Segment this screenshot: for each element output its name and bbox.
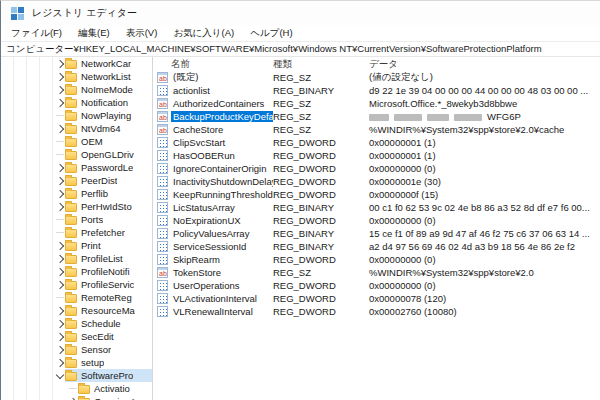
- registry-value-row[interactable]: BackupProductKeyDefault REG_SZ WFG6P: [153, 110, 600, 123]
- tree-item[interactable]: Notification: [1, 96, 152, 109]
- tree-item[interactable]: setup: [1, 356, 152, 369]
- tree-item[interactable]: Print: [1, 239, 152, 252]
- tree-item[interactable]: SecEdit: [1, 330, 152, 343]
- tree-expander-icon[interactable]: [54, 61, 65, 67]
- tree-expander-icon[interactable]: [54, 256, 65, 262]
- tree-item[interactable]: Prefetcher: [1, 226, 152, 239]
- value-name-cell: NoExpirationUX: [171, 215, 273, 226]
- tree-item[interactable]: PerHwIdSto: [1, 200, 152, 213]
- tree-item[interactable]: GenuineA: [1, 395, 152, 400]
- menu-item[interactable]: ファイル(F): [3, 25, 70, 41]
- value-name-cell: ServiceSessionId: [171, 241, 273, 252]
- tree-item[interactable]: OEM: [1, 135, 152, 148]
- registry-value-row[interactable]: NoExpirationUX REG_DWORD 0x00000000 (0): [153, 214, 600, 227]
- tree-expander-icon[interactable]: [54, 232, 65, 233]
- value-name-cell: BackupProductKeyDefault: [171, 111, 273, 122]
- tree-item[interactable]: NtVdm64: [1, 122, 152, 135]
- registry-value-row[interactable]: ClipSvcStart REG_DWORD 0x00000001 (1): [153, 136, 600, 149]
- value-data-cell: d9 22 1e 39 04 00 00 00 44 00 00 00 48 0…: [369, 85, 600, 96]
- registry-value-row[interactable]: VLRenewalInterval REG_DWORD 0x00002760 (…: [153, 305, 600, 318]
- tree-item[interactable]: Ports: [1, 213, 152, 226]
- value-type-cell: REG_SZ: [273, 111, 369, 122]
- tree-item[interactable]: SoftwarePro: [1, 369, 152, 382]
- tree-item[interactable]: RemoteReg: [1, 291, 152, 304]
- tree-expander-icon[interactable]: [67, 388, 78, 389]
- value-type-icon: [157, 267, 168, 278]
- registry-value-row[interactable]: UserOperations REG_DWORD 0x00000000 (0): [153, 279, 600, 292]
- value-type-icon: [157, 124, 168, 135]
- registry-value-row[interactable]: TokenStore REG_SZ %WINDIR%¥System32¥spp¥…: [153, 266, 600, 279]
- tree-expander-icon[interactable]: [54, 321, 65, 327]
- registry-value-row[interactable]: IgnoreContainerOrigin REG_DWORD 0x000000…: [153, 162, 600, 175]
- tree-expander-icon[interactable]: [54, 347, 65, 353]
- tree-item[interactable]: PasswordLe: [1, 161, 152, 174]
- value-type-icon: [157, 306, 168, 317]
- registry-value-row[interactable]: PolicyValuesArray REG_BINARY 15 ce f1 0f…: [153, 227, 600, 240]
- tree-item[interactable]: PeerDist: [1, 174, 152, 187]
- tree-expander-icon[interactable]: [54, 334, 65, 340]
- tree-item-label: Schedule: [81, 318, 121, 329]
- tree-expander-icon[interactable]: [54, 87, 65, 93]
- value-name-cell: InactivityShutdownDelay: [171, 176, 273, 187]
- tree-expander-icon[interactable]: [54, 126, 65, 132]
- tree-expander-icon[interactable]: [54, 115, 65, 116]
- menu-item[interactable]: 表示(V): [118, 25, 166, 41]
- column-header-type[interactable]: 種類: [273, 58, 369, 71]
- tree-item[interactable]: NoImeMode: [1, 83, 152, 96]
- registry-value-row[interactable]: CacheStore REG_SZ %WINDIR%¥System32¥spp¥…: [153, 123, 600, 136]
- tree-item-label: Activatio: [94, 383, 130, 394]
- registry-value-row[interactable]: AuthorizedContainers REG_SZ Microsoft.Of…: [153, 97, 600, 110]
- tree-expander-icon[interactable]: [54, 191, 65, 197]
- menu-item[interactable]: ヘルプ(H): [242, 25, 300, 41]
- tree-item[interactable]: ProfileNotifi: [1, 265, 152, 278]
- tree-item[interactable]: OpenGLDriv: [1, 148, 152, 161]
- tree-expander-icon[interactable]: [54, 154, 65, 155]
- tree-expander-icon[interactable]: [54, 100, 65, 106]
- value-type-cell: REG_SZ: [273, 124, 369, 135]
- tree-item[interactable]: Schedule: [1, 317, 152, 330]
- tree-item[interactable]: NetworkList: [1, 70, 152, 83]
- tree-expander-icon[interactable]: [54, 282, 65, 288]
- registry-value-row[interactable]: VLActivationInterval REG_DWORD 0x0000007…: [153, 292, 600, 305]
- tree-expander-icon[interactable]: [54, 269, 65, 275]
- tree-item[interactable]: ResourceMa: [1, 304, 152, 317]
- menu-item[interactable]: 編集(E): [70, 25, 118, 41]
- tree-item[interactable]: ProfileServic: [1, 278, 152, 291]
- registry-value-row[interactable]: actionlist REG_BINARY d9 22 1e 39 04 00 …: [153, 84, 600, 97]
- tree-item[interactable]: ProfileList: [1, 252, 152, 265]
- tree-item[interactable]: Sensor: [1, 343, 152, 356]
- tree-expander-icon[interactable]: [54, 308, 65, 314]
- list-header: 名前 種類 データ: [153, 57, 600, 71]
- column-header-data[interactable]: データ: [369, 58, 600, 71]
- tree-item[interactable]: NetworkCar: [1, 57, 152, 70]
- tree-item[interactable]: NowPlaying: [1, 109, 152, 122]
- registry-value-row[interactable]: LicStatusArray REG_BINARY 00 c1 f0 62 53…: [153, 201, 600, 214]
- tree-expander-icon[interactable]: [54, 297, 65, 298]
- column-header-name[interactable]: 名前: [153, 58, 273, 71]
- tree-expander-icon[interactable]: [54, 243, 65, 249]
- tree-expander-icon[interactable]: [54, 74, 65, 80]
- registry-value-row[interactable]: InactivityShutdownDelay REG_DWORD 0x0000…: [153, 175, 600, 188]
- tree-expander-icon[interactable]: [54, 165, 65, 171]
- value-type-icon: [157, 85, 168, 96]
- registry-value-row[interactable]: (既定) REG_SZ (値の設定なし): [153, 71, 600, 84]
- tree-expander-icon[interactable]: [54, 141, 65, 142]
- tree-expander-icon[interactable]: [54, 204, 65, 210]
- tree-expander-icon[interactable]: [54, 360, 65, 366]
- registry-value-row[interactable]: SkipRearm REG_DWORD 0x00000000 (0): [153, 253, 600, 266]
- tree-item[interactable]: Perflib: [1, 187, 152, 200]
- tree-expander-icon[interactable]: [54, 178, 65, 184]
- tree-pane[interactable]: NetworkCar NetworkList NoImeMode Notific…: [1, 57, 153, 400]
- tree-item[interactable]: Activatio: [1, 382, 152, 395]
- value-name-cell: IgnoreContainerOrigin: [171, 163, 273, 174]
- menu-item[interactable]: お気に入り(A): [165, 25, 242, 41]
- address-bar-input[interactable]: コンピューター¥HKEY_LOCAL_MACHINE¥SOFTWARE¥Micr…: [1, 41, 600, 57]
- value-name-cell: HasOOBERun: [171, 150, 273, 161]
- registry-value-row[interactable]: HasOOBERun REG_DWORD 0x00000001 (1): [153, 149, 600, 162]
- registry-value-row[interactable]: ServiceSessionId REG_BINARY a2 d4 97 56 …: [153, 240, 600, 253]
- registry-value-row[interactable]: KeepRunningThresholdMins REG_DWORD 0x000…: [153, 188, 600, 201]
- tree-expander-icon[interactable]: [54, 219, 65, 220]
- tree-expander-icon[interactable]: [54, 374, 65, 378]
- folder-icon: [65, 359, 77, 368]
- value-type-icon: [157, 150, 168, 161]
